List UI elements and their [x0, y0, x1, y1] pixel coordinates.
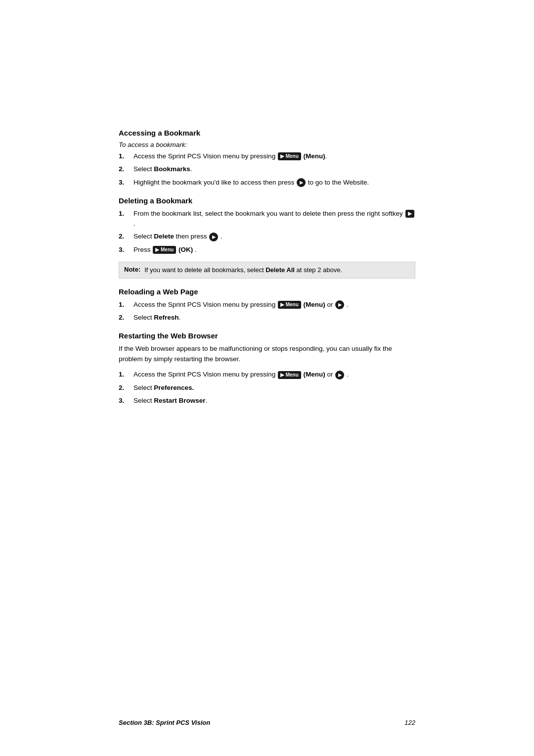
- note-label: Note:: [124, 266, 140, 273]
- page-footer: Section 3B: Sprint PCS Vision 122: [0, 719, 534, 726]
- list-item: 1. From the bookmark list, select the bo…: [119, 209, 415, 229]
- section-title-deleting: Deleting a Bookmark: [119, 196, 415, 205]
- list-item: 1. Access the Sprint PCS Vision menu by …: [119, 300, 415, 310]
- menu-key-icon: ▶ Menu: [278, 371, 301, 379]
- step-number: 1.: [119, 209, 124, 219]
- step-number: 3.: [119, 178, 124, 188]
- steps-list-restarting: 1. Access the Sprint PCS Vision menu by …: [119, 370, 415, 406]
- section-title-accessing: Accessing a Bookmark: [119, 129, 415, 137]
- list-item: 1. Access the Sprint PCS Vision menu by …: [119, 151, 415, 161]
- step-number: 1.: [119, 300, 124, 310]
- step-number: 2.: [119, 164, 124, 174]
- list-item: 2. Select Refresh.: [119, 313, 415, 323]
- menu-key-icon: ▶ Menu: [153, 246, 176, 254]
- steps-list-reloading: 1. Access the Sprint PCS Vision menu by …: [119, 300, 415, 323]
- footer-section-label: Section 3B: Sprint PCS Vision: [119, 719, 210, 726]
- sub-label-accessing: To access a bookmark:: [119, 141, 415, 148]
- step-number: 3.: [119, 396, 124, 406]
- ok-key-icon: ▶: [297, 178, 306, 187]
- step-number: 3.: [119, 245, 124, 255]
- ok-key-icon: ▶: [209, 233, 218, 241]
- section-deleting-bookmark: Deleting a Bookmark 1. From the bookmark…: [119, 196, 415, 279]
- section-title-restarting: Restarting the Web Browser: [119, 331, 415, 340]
- step-number: 2.: [119, 232, 124, 241]
- list-item: 2. Select Bookmarks.: [119, 164, 415, 174]
- section-accessing-bookmark: Accessing a Bookmark To access a bookmar…: [119, 129, 415, 188]
- section-restarting: Restarting the Web Browser If the Web br…: [119, 331, 415, 406]
- section-title-reloading: Reloading a Web Page: [119, 287, 415, 296]
- content-area: Accessing a Bookmark To access a bookmar…: [0, 0, 534, 454]
- list-item: 3. Select Restart Browser.: [119, 396, 415, 406]
- page: Accessing a Bookmark To access a bookmar…: [0, 0, 534, 756]
- step-number: 1.: [119, 370, 124, 379]
- steps-list-deleting: 1. From the bookmark list, select the bo…: [119, 209, 415, 255]
- menu-key-icon: ▶ Menu: [278, 301, 301, 309]
- steps-list-accessing: 1. Access the Sprint PCS Vision menu by …: [119, 151, 415, 188]
- list-item: 3. Press ▶ Menu (OK) .: [119, 245, 415, 255]
- list-item: 2. Select Preferences.: [119, 383, 415, 393]
- list-item: 3. Highlight the bookmark you'd like to …: [119, 178, 415, 188]
- footer-page-number: 122: [404, 719, 415, 726]
- menu-key-icon: ▶ Menu: [278, 152, 301, 160]
- note-text: If you want to delete all bookmarks, sel…: [144, 266, 342, 275]
- softkey-icon: ▶: [405, 210, 414, 218]
- alt-key-icon: ▶: [335, 300, 344, 309]
- list-item: 2. Select Delete then press ▶ .: [119, 232, 415, 241]
- section-reloading: Reloading a Web Page 1. Access the Sprin…: [119, 287, 415, 323]
- list-item: 1. Access the Sprint PCS Vision menu by …: [119, 370, 415, 379]
- step-number: 1.: [119, 151, 124, 161]
- restarting-paragraph: If the Web browser appears to be malfunc…: [119, 344, 415, 365]
- note-box: Note: If you want to delete all bookmark…: [119, 262, 415, 279]
- step-number: 2.: [119, 383, 124, 393]
- step-number: 2.: [119, 313, 124, 323]
- alt-key-icon: ▶: [335, 371, 344, 379]
